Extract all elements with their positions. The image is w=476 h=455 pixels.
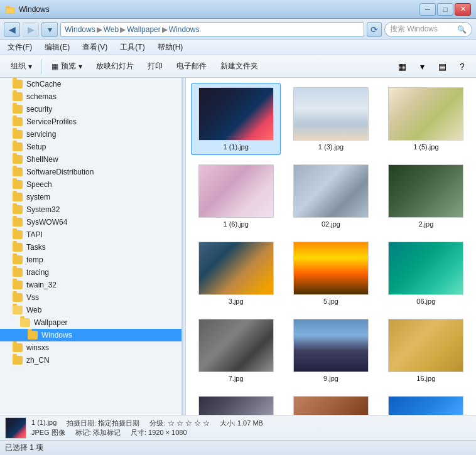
view-details-button[interactable]: ▤: [433, 58, 451, 75]
thumbnail-item[interactable]: 1 (6).jpg: [191, 160, 281, 232]
thumbnail-item[interactable]: 1 (3).jpg: [286, 83, 376, 155]
sidebar-item-label: zh_CN: [26, 356, 50, 365]
thumbnail-item[interactable]: 7.jpg: [191, 314, 281, 387]
view-dropdown-button[interactable]: ▾: [413, 58, 431, 75]
print-button[interactable]: 打印: [142, 58, 168, 75]
content-area: 1 (1).jpg1 (3).jpg1 (5).jpg1 (6).jpg02.j…: [186, 78, 476, 415]
sidebar-item[interactable]: system: [0, 191, 181, 203]
sidebar-item[interactable]: System32: [0, 203, 181, 216]
slideshow-button[interactable]: 放映幻灯片: [90, 58, 139, 75]
sidebar-item[interactable]: Tasks: [0, 241, 181, 254]
menu-edit[interactable]: 编辑(E): [42, 41, 72, 54]
folder-icon: [13, 155, 23, 164]
folder-icon: [13, 243, 23, 252]
thumbnail-item[interactable]: 06.jpg: [381, 237, 471, 309]
sidebar-item-label: Setup: [26, 142, 46, 151]
new-folder-button[interactable]: 新建文件夹: [215, 58, 264, 75]
thumbnail-image: [293, 319, 369, 372]
preview-button[interactable]: ▦ 预览 ▾: [46, 58, 88, 75]
minimize-button[interactable]: ─: [419, 3, 436, 16]
thumbnail-image: [388, 242, 463, 295]
sidebar-item-label: ServiceProfiles: [26, 117, 77, 126]
search-placeholder: 搜索 Windows: [390, 24, 438, 35]
thumbnail-label: 2.jpg: [418, 220, 433, 228]
thumbnail-image: [293, 164, 369, 218]
thumbnail-item[interactable]: ...: [191, 392, 281, 415]
sidebar-item[interactable]: Wallpaper: [0, 316, 181, 329]
sidebar-item-label: Wallpaper: [34, 318, 68, 327]
organize-button[interactable]: 组织 ▾: [5, 58, 38, 75]
address-path[interactable]: Windows ▶ Web ▶ Wallpaper ▶ Windows: [60, 22, 364, 37]
sidebar-item[interactable]: Web: [0, 304, 181, 316]
help-button[interactable]: ?: [453, 58, 471, 75]
thumbnail-label: 02.jpg: [322, 220, 340, 228]
thumbnail-item[interactable]: ...: [381, 392, 471, 415]
sidebar-item-label: Tasks: [26, 243, 46, 252]
main-area: SchCacheschemassecurityServiceProfilesse…: [0, 78, 476, 415]
sidebar-item-label: tracing: [26, 268, 49, 277]
path-windows[interactable]: Windows: [65, 25, 95, 34]
refresh-button[interactable]: ⟳: [367, 22, 382, 37]
thumbnail-item[interactable]: 3.jpg: [191, 237, 281, 309]
thumbnail-item[interactable]: 02.jpg: [286, 160, 376, 232]
sidebar-item[interactable]: Setup: [0, 141, 181, 153]
explorer-icon: [5, 4, 15, 14]
folder-icon: [13, 281, 23, 289]
sidebar-item[interactable]: temp: [0, 254, 181, 266]
sidebar-item[interactable]: twain_32: [0, 279, 181, 291]
thumbnail-item[interactable]: ...: [286, 392, 376, 415]
thumbnail-item[interactable]: 2.jpg: [381, 160, 471, 232]
thumbnail-item[interactable]: 16.jpg: [381, 314, 471, 387]
status-bar: 已选择 1 项: [0, 440, 476, 455]
sidebar-item[interactable]: schemas: [0, 90, 181, 103]
sidebar-item[interactable]: servicing: [0, 128, 181, 141]
view-large-button[interactable]: ▦: [393, 58, 411, 75]
preview-thumbnail: [5, 417, 26, 439]
thumbnail-item[interactable]: 1 (1).jpg: [191, 83, 281, 155]
sidebar-item-label: System32: [26, 205, 60, 214]
thumbnail-image: [198, 319, 274, 372]
thumbnail-label: 06.jpg: [416, 297, 435, 305]
sidebar-item[interactable]: ShellNew: [0, 153, 181, 166]
address-bar: ◀ ▶ ▾ Windows ▶ Web ▶ Wallpaper ▶ Window…: [0, 19, 476, 40]
email-button[interactable]: 电子邮件: [171, 58, 212, 75]
sidebar-item[interactable]: SchCache: [0, 78, 181, 90]
title-bar: Windows ─ □ ✕: [0, 0, 476, 19]
toolbar-sep-1: [41, 59, 42, 74]
thumbnail-image: [198, 164, 274, 218]
close-button[interactable]: ✕: [455, 3, 471, 16]
path-web[interactable]: Web: [104, 25, 119, 34]
sidebar-item[interactable]: Vss: [0, 291, 181, 304]
thumbnail-item[interactable]: 5.jpg: [286, 237, 376, 309]
search-icon[interactable]: 🔍: [457, 25, 467, 34]
thumbnail-item[interactable]: 1 (5).jpg: [381, 83, 471, 155]
back-button[interactable]: ◀: [4, 22, 20, 37]
sidebar-item[interactable]: security: [0, 103, 181, 115]
sidebar-item[interactable]: ServiceProfiles: [0, 115, 181, 128]
sidebar-item[interactable]: SoftwareDistribution: [0, 166, 181, 178]
path-wallpaper[interactable]: Wallpaper: [127, 25, 161, 34]
menu-tools[interactable]: 工具(T): [117, 41, 147, 54]
menu-file[interactable]: 文件(F): [5, 41, 35, 54]
forward-button[interactable]: ▶: [23, 22, 39, 37]
folder-icon: [13, 193, 23, 201]
sidebar-item[interactable]: Speech: [0, 178, 181, 191]
path-windows-sub[interactable]: Windows: [169, 25, 200, 34]
menu-help[interactable]: 帮助(H): [155, 41, 186, 54]
thumbnail-item[interactable]: 9.jpg: [286, 314, 376, 387]
toolbar: 组织 ▾ ▦ 预览 ▾ 放映幻灯片 打印 电子邮件 新建文件夹 ▦ ▾ ▤ ?: [0, 55, 476, 78]
maximize-button[interactable]: □: [437, 3, 453, 16]
search-box[interactable]: 搜索 Windows 🔍: [384, 22, 472, 37]
thumbnail-image: [293, 87, 369, 141]
menu-view[interactable]: 查看(V): [80, 41, 110, 54]
sidebar-item[interactable]: tracing: [0, 266, 181, 279]
sidebar-item[interactable]: TAPI: [0, 228, 181, 241]
sidebar-item[interactable]: SysWOW64: [0, 216, 181, 228]
dropdown-button[interactable]: ▾: [41, 22, 58, 37]
sidebar-item[interactable]: Windows: [0, 329, 181, 341]
sidebar-item[interactable]: zh_CN: [0, 354, 181, 367]
sidebar-item[interactable]: winsxs: [0, 341, 181, 354]
folder-icon: [20, 318, 30, 327]
preview-row-2: JPEG 图像 标记: 添加标记 尺寸: 1920 × 1080: [31, 428, 471, 437]
folder-icon: [13, 306, 23, 314]
